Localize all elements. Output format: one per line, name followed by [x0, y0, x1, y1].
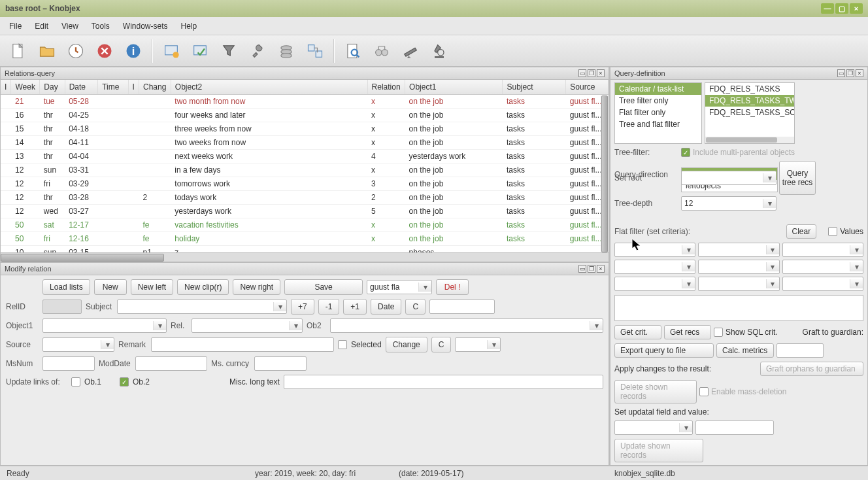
treedepth-dropdown[interactable]: 12▾	[681, 196, 776, 211]
col-chang[interactable]: Chang	[139, 80, 171, 95]
menu-file[interactable]: File	[3, 19, 28, 33]
c-button[interactable]: C	[405, 299, 426, 315]
link-icon[interactable]	[302, 39, 328, 63]
disk-stack-icon[interactable]	[273, 39, 299, 63]
date-input[interactable]	[429, 300, 495, 314]
save-button[interactable]: Save	[284, 279, 363, 295]
panel-min-icon[interactable]: ▭	[837, 69, 845, 77]
plus1-button[interactable]: +1	[343, 299, 367, 315]
close-button[interactable]: ×	[850, 3, 863, 14]
enablemass-checkbox[interactable]	[699, 387, 709, 396]
search-doc-icon[interactable]	[340, 39, 366, 63]
table-row[interactable]: 50fri12-16feholidayxon the jobtasksguust…	[1, 232, 609, 246]
table-row[interactable]: 21tue05-28two month from nowxon the jobt…	[1, 95, 609, 109]
object1-dropdown[interactable]: ▾	[42, 318, 167, 333]
remark-input[interactable]	[151, 337, 334, 352]
minimize-button[interactable]: —	[821, 3, 834, 14]
change-button[interactable]: Change	[386, 337, 427, 352]
list-item[interactable]: Tree and flat filter	[615, 118, 701, 130]
col-object2[interactable]: Object2	[171, 80, 367, 95]
table-row[interactable]: 12fri03-29tomorrows work3on the jobtasks…	[1, 177, 609, 191]
panel-restore-icon[interactable]: ❐	[588, 265, 595, 273]
grid-hscroll[interactable]	[1, 252, 609, 262]
crit-dropdown[interactable]: ▾	[698, 243, 779, 257]
selected-checkbox[interactable]	[338, 340, 347, 349]
panel-close-icon[interactable]: ×	[597, 69, 605, 77]
crit-dropdown[interactable]: ▾	[782, 260, 863, 274]
col-i2[interactable]: I	[128, 80, 139, 95]
guardian-input[interactable]	[776, 343, 824, 358]
new-clip-button[interactable]: New clip(r)	[177, 279, 229, 295]
microscope-icon[interactable]	[426, 39, 452, 63]
menu-help[interactable]: Help	[175, 19, 204, 33]
cancel-icon[interactable]	[92, 39, 118, 63]
del-button[interactable]: Del !	[436, 279, 469, 295]
col-subject[interactable]: Subject	[503, 80, 566, 95]
list-item[interactable]: FDQ_RELS_TASKS	[705, 83, 794, 95]
crit-dropdown[interactable]: ▾	[614, 277, 695, 291]
table-row[interactable]: 12sun03-31in a few daysxon the jobtasksg…	[1, 163, 609, 177]
grid-vscroll[interactable]	[601, 95, 609, 252]
table-row[interactable]: 16thr04-25four weeks and laterxon the jo…	[1, 109, 609, 122]
moddate-input[interactable]	[135, 356, 207, 371]
misclong-input[interactable]	[284, 375, 603, 389]
mscurncy-input[interactable]	[254, 356, 307, 371]
user-dropdown[interactable]: guust fla▾	[367, 280, 432, 294]
change-dropdown[interactable]: ▾	[455, 337, 501, 352]
menu-view[interactable]: View	[55, 19, 85, 33]
date-button[interactable]: Date	[371, 299, 401, 315]
export-query-button[interactable]: Export query to file	[614, 343, 714, 358]
load-lists-button[interactable]: Load lists	[42, 279, 90, 295]
table-row[interactable]: 12thr03-282todays work2on the jobtasksgu…	[1, 191, 609, 205]
msnum-input[interactable]	[42, 356, 95, 371]
minus1-button[interactable]: -1	[318, 299, 340, 315]
list-item[interactable]: Tree filter only	[615, 95, 701, 107]
delete-shown-button[interactable]: Delete shown records	[614, 380, 697, 403]
col-relation[interactable]: Relation	[367, 80, 405, 95]
col-object1[interactable]: Object1	[405, 80, 503, 95]
telescope-icon[interactable]	[397, 39, 424, 63]
col-week[interactable]: Week	[11, 80, 40, 95]
query-name-list[interactable]: FDQ_RELS_TASKS FDQ_RELS_TASKS_TWOWE FDQ_…	[705, 82, 795, 144]
col-date[interactable]: Date	[65, 80, 97, 95]
new-right-button[interactable]: New right	[233, 279, 280, 295]
criteria-text[interactable]	[614, 295, 863, 321]
col-day[interactable]: Day	[40, 80, 65, 95]
binoculars-icon[interactable]	[369, 39, 395, 63]
col-time[interactable]: Time	[98, 80, 128, 95]
plus7-button[interactable]: +7	[291, 299, 314, 315]
tools-icon[interactable]	[244, 39, 271, 63]
menu-edit[interactable]: Edit	[28, 19, 55, 33]
include-mpo-checkbox[interactable]: ✓	[681, 148, 690, 157]
list-item[interactable]: Calendar / task-list	[615, 83, 701, 95]
info-icon[interactable]: i	[120, 39, 146, 63]
graft-orphans-button[interactable]: Graft orphans to guardian	[760, 362, 863, 376]
maximize-button[interactable]: ▢	[835, 3, 848, 14]
crit-dropdown[interactable]: ▾	[698, 277, 779, 291]
table-row[interactable]: 50sat12-17fevacation festivitiesxon the …	[1, 218, 609, 232]
values-checkbox[interactable]	[828, 227, 837, 236]
showsql-checkbox[interactable]	[714, 328, 723, 337]
panel-min-icon[interactable]: ▭	[578, 69, 586, 77]
panel-min-icon[interactable]: ▭	[578, 265, 586, 273]
menu-window-sets[interactable]: Window-sets	[116, 19, 175, 33]
col-i1[interactable]: I	[1, 80, 11, 95]
query-type-list[interactable]: Calendar / task-list Tree filter only Fl…	[614, 82, 702, 144]
source-dropdown[interactable]: ▾	[42, 337, 114, 352]
table-row[interactable]: 14thr04-11two weeks from nowxon the jobt…	[1, 136, 609, 150]
get-recs-button[interactable]: Get recs	[664, 325, 711, 339]
calc-metrics-button[interactable]: Calc. metrics	[716, 343, 774, 358]
panel-close-icon[interactable]: ×	[856, 69, 863, 77]
panel-restore-icon[interactable]: ❐	[588, 69, 595, 77]
crit-dropdown[interactable]: ▾	[614, 260, 695, 274]
crit-dropdown[interactable]: ▾	[698, 260, 779, 274]
new-table-icon[interactable]	[158, 39, 184, 63]
update-shown-button[interactable]: Update shown records	[614, 439, 703, 462]
c2-button[interactable]: C	[431, 337, 452, 352]
clock-icon[interactable]	[63, 39, 89, 63]
table-row[interactable]: 15thr04-18three weeks from nowxon the jo…	[1, 122, 609, 136]
rel-dropdown[interactable]: ▾	[192, 318, 303, 333]
menu-tools[interactable]: Tools	[85, 19, 116, 33]
crit-dropdown[interactable]: ▾	[782, 243, 863, 257]
updatal-field-dropdown[interactable]: ▾	[614, 420, 693, 435]
